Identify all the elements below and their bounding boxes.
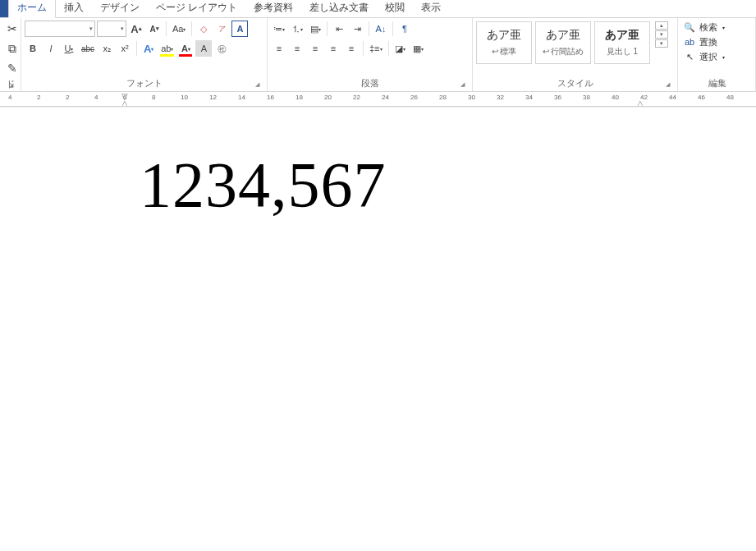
decrease-indent-button[interactable]: ⇤ — [331, 21, 347, 37]
ruler-tick: 44 — [669, 94, 676, 101]
show-marks-button[interactable]: ¶ — [396, 21, 413, 37]
group-font: ▾ ▾ A▴ A▾ Aa▾ ◇ ア A B I U▾ abc x₂ x² A▾ — [21, 18, 268, 91]
tab-design[interactable]: デザイン — [92, 0, 148, 17]
increase-indent-button[interactable]: ⇥ — [349, 21, 365, 37]
bold-button[interactable]: B — [25, 40, 41, 57]
italic-button[interactable]: I — [43, 40, 59, 57]
style-sample: あア亜 — [605, 28, 639, 43]
replace-button[interactable]: ab置換 — [683, 34, 752, 49]
style-normal[interactable]: あア亜 ↩ 標準 — [476, 21, 532, 64]
dec-indent-icon: ⇤ — [336, 24, 343, 34]
char-shading-button[interactable]: A — [195, 40, 212, 57]
text-effects-icon: A — [144, 43, 151, 55]
align-distribute-button[interactable]: ≡ — [343, 40, 360, 57]
shading-button[interactable]: ◪▾ — [392, 40, 409, 57]
select-button[interactable]: ↖選択▾ — [683, 49, 752, 64]
font-group-label: フォント — [25, 76, 263, 91]
clipboard-group-label: ド — [3, 77, 17, 92]
align-left-button[interactable]: ≡ — [271, 40, 287, 57]
shading-icon: ◪ — [395, 44, 403, 54]
horizontal-ruler[interactable]: ▽ △ △ 8642246810121416182022242628303234… — [0, 92, 756, 107]
tab-references[interactable]: 参考資料 — [245, 0, 301, 17]
group-editing: 🔍検索▾ ab置換 ↖選択▾ 編集 — [678, 18, 756, 91]
shrink-font-button[interactable]: A▾ — [146, 21, 163, 37]
ruler-tick: 4 — [8, 94, 11, 101]
align-center-button[interactable]: ≡ — [289, 40, 305, 57]
change-case-button[interactable]: Aa▾ — [170, 21, 188, 37]
shrink-font-icon: A — [149, 25, 155, 34]
line-spacing-button[interactable]: ‡≡▾ — [367, 40, 385, 57]
char-border-icon: A — [236, 24, 243, 34]
clipboard-dialog-launcher[interactable] — [5, 80, 16, 91]
ruler-tick: 12 — [209, 94, 217, 101]
tab-file[interactable] — [0, 0, 8, 17]
styles-scroll[interactable]: ▴ ▾ ▾ — [655, 21, 668, 48]
font-size-combo[interactable]: ▾ — [97, 21, 126, 37]
align-justify-button[interactable]: ≡ — [325, 40, 341, 57]
tab-mailings[interactable]: 差し込み文書 — [301, 0, 377, 17]
borders-button[interactable]: ▦▾ — [410, 40, 427, 57]
ruler-tick: 34 — [525, 94, 533, 101]
bold-icon: B — [30, 44, 36, 53]
bullets-icon: ≔ — [273, 24, 282, 34]
style-label: ↩ 行間詰め — [543, 46, 584, 57]
strikethrough-button[interactable]: abc — [79, 40, 97, 57]
styles-dialog-launcher[interactable] — [662, 79, 673, 90]
chevron-down-icon: ▾ — [121, 25, 124, 32]
copy-button[interactable]: ⧉ — [3, 39, 21, 57]
sort-icon: A↓ — [376, 24, 387, 34]
align-right-button[interactable]: ≡ — [307, 40, 323, 57]
enclosed-char-button[interactable]: ㊓ — [213, 40, 230, 57]
chevron-up-icon[interactable]: ▴ — [655, 21, 668, 30]
document-page[interactable]: 1234,567 — [0, 107, 756, 550]
ribbon-tabs: ホーム 挿入 デザイン ページ レイアウト 参考資料 差し込み文書 校閲 表示 — [0, 0, 756, 18]
superscript-button[interactable]: x² — [117, 40, 133, 57]
inc-indent-icon: ⇥ — [354, 24, 361, 34]
style-label: ↩ 標準 — [492, 46, 517, 57]
ribbon: ✂ ⧉ ✎ ド ▾ ▾ A▴ A▾ Aa▾ ◇ ア A B I U▾ — [0, 18, 756, 92]
tab-view[interactable]: 表示 — [413, 0, 449, 17]
bullets-button[interactable]: ≔▾ — [271, 21, 287, 37]
tab-layout[interactable]: ページ レイアウト — [148, 0, 245, 17]
styles-expand-icon[interactable]: ▾ — [655, 39, 668, 48]
chevron-down-icon[interactable]: ▾ — [655, 30, 668, 39]
find-button[interactable]: 🔍検索▾ — [683, 20, 752, 34]
text-effects-button[interactable]: A▾ — [140, 40, 157, 57]
clear-formatting-button[interactable]: ◇ — [195, 21, 212, 37]
tab-insert[interactable]: 挿入 — [56, 0, 92, 17]
ruler-tick: 22 — [353, 94, 360, 101]
cut-button[interactable]: ✂ — [3, 20, 21, 38]
document-text[interactable]: 1234,567 — [140, 148, 756, 222]
multilevel-button[interactable]: ▤▾ — [307, 21, 323, 37]
format-painter-button[interactable]: ✎ — [3, 59, 21, 77]
highlight-button[interactable]: ab▾ — [158, 40, 176, 57]
style-nospacing[interactable]: あア亜 ↩ 行間詰め — [535, 21, 591, 64]
underline-button[interactable]: U▾ — [61, 40, 77, 57]
tab-review[interactable]: 校閲 — [377, 0, 413, 17]
font-color-button[interactable]: A▾ — [177, 40, 194, 57]
ruler-tick: 24 — [382, 94, 389, 101]
char-border-button[interactable]: A — [231, 21, 248, 37]
grow-font-button[interactable]: A▴ — [128, 21, 144, 37]
numbering-button[interactable]: ⒈▾ — [289, 21, 305, 37]
borders-icon: ▦ — [413, 44, 421, 54]
ruler-tick: 10 — [181, 94, 188, 101]
subscript-button[interactable]: x₂ — [99, 40, 115, 57]
font-name-combo[interactable]: ▾ — [25, 21, 95, 37]
style-sample: あア亜 — [487, 28, 521, 43]
ruler-tick: 2 — [37, 94, 40, 101]
paragraph-dialog-launcher[interactable] — [456, 79, 468, 90]
enclosed-icon: ㊓ — [218, 43, 227, 55]
pilcrow-icon: ¶ — [402, 24, 407, 34]
phonetic-guide-button[interactable]: ア — [213, 21, 230, 37]
multilevel-icon: ▤ — [310, 24, 318, 34]
group-clipboard: ✂ ⧉ ✎ ド — [0, 18, 21, 91]
paragraph-group-label: 段落 — [271, 76, 469, 91]
font-dialog-launcher[interactable] — [251, 79, 263, 90]
style-heading1[interactable]: あア亜 見出し 1 — [594, 21, 650, 64]
align-left-icon: ≡ — [277, 44, 282, 53]
case-icon: Aa — [172, 24, 183, 34]
sort-button[interactable]: A↓ — [373, 21, 389, 37]
tab-home[interactable]: ホーム — [8, 0, 56, 18]
ruler-tick: 28 — [439, 94, 447, 101]
